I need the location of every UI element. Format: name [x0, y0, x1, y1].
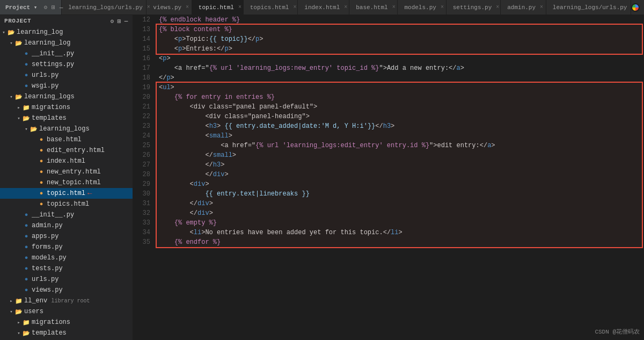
- tree-item-new_entry_html-13[interactable]: ●new_entry.html: [0, 167, 133, 177]
- tree-item-ll_env-25[interactable]: ▸📁ll_env library root: [0, 295, 133, 306]
- code-line-13: {% block content %}: [159, 25, 640, 34]
- tabs-container: learning_logs/urls.py×views.py×topic.htm…: [62, 0, 631, 15]
- tree-item-users-26[interactable]: ▾📂users: [0, 306, 133, 317]
- close-tab-icon[interactable]: ×: [441, 4, 444, 10]
- line-number-29: 29: [137, 179, 150, 189]
- hide-icon[interactable]: —: [125, 18, 128, 25]
- tab-label: topics.html: [250, 4, 289, 11]
- tree-arrow: ▸: [15, 104, 23, 111]
- tree-item-models_py-21[interactable]: ●models.py: [0, 252, 133, 263]
- tab-topics_html[interactable]: topics.html×: [244, 0, 298, 15]
- tab-label: admin.py: [507, 4, 536, 11]
- tree-item-settings_py-3[interactable]: ●settings.py: [0, 59, 133, 70]
- tab-views_py[interactable]: views.py×: [147, 0, 192, 15]
- file-type-icon: ●: [23, 286, 30, 294]
- tab-label: learning_logs/urls.py: [68, 4, 143, 11]
- close-tab-icon[interactable]: ×: [293, 4, 296, 10]
- tree-item-learning_logs-9[interactable]: ▾📂learning_logs: [0, 124, 133, 134]
- code-line-34: <li>No entries have been added yet for t…: [159, 228, 640, 237]
- tree-arrow: ▾: [15, 329, 23, 337]
- tab-base_html[interactable]: base.html×: [349, 0, 398, 15]
- tree-item-admin_py-18[interactable]: ●admin.py: [0, 220, 133, 231]
- tab-learning_logs_urls_py[interactable]: learning_logs/urls.py×: [546, 0, 631, 15]
- tree-item-learning_log-1[interactable]: ▾📂learning_log: [0, 38, 133, 48]
- tree-item-topic_html-15[interactable]: ●topic.html←: [0, 188, 133, 199]
- line-number-20: 20: [137, 92, 150, 102]
- tree-item-migrations-27[interactable]: ▸📁migrations: [0, 317, 133, 328]
- tree-item-learning_log-0[interactable]: ▾📂learning_log: [0, 27, 133, 38]
- tree-item-extra: library root: [51, 298, 90, 304]
- file-type-icon: ●: [23, 265, 30, 272]
- tree-item-learning_logs-6[interactable]: ▾📂learning_logs: [0, 91, 133, 102]
- project-label: Project ▾: [5, 4, 37, 11]
- tab-topic_html[interactable]: topic.html×: [192, 0, 244, 15]
- close-tab-icon[interactable]: ×: [238, 4, 241, 10]
- close-tab-icon[interactable]: ×: [540, 4, 543, 10]
- close-tab-icon[interactable]: ×: [186, 4, 189, 10]
- tree-item-templates-8[interactable]: ▾📂templates: [0, 113, 133, 124]
- line-number-25: 25: [137, 141, 150, 150]
- file-type-icon: ●: [23, 82, 30, 90]
- tree-item-label: __init__.py: [32, 211, 74, 219]
- gear-icon: ⚙: [43, 4, 47, 11]
- tree-item-topics_html-16[interactable]: ●topics.html: [0, 199, 133, 209]
- tab-learning_logs_urls_py[interactable]: learning_logs/urls.py×: [62, 0, 147, 15]
- close-tab-icon[interactable]: ×: [344, 4, 347, 10]
- file-type-icon: ●: [38, 168, 45, 176]
- file-type-icon: ●: [23, 254, 30, 262]
- tab-label: topic.html: [199, 4, 234, 11]
- tab-settings_py[interactable]: settings.py×: [447, 0, 501, 15]
- settings-icon[interactable]: ⚙: [110, 18, 114, 25]
- code-line-32: </div>: [159, 208, 640, 218]
- tab-index_html[interactable]: index.html×: [298, 0, 349, 15]
- sidebar: Project ⚙ ⊞ — ▾📂learning_log▾📂learning_l…: [0, 15, 133, 340]
- line-number-26: 26: [137, 150, 150, 160]
- tree-item-base_html-10[interactable]: ●base.html: [0, 134, 133, 145]
- tree-item-index_html-12[interactable]: ●index.html: [0, 156, 133, 167]
- tree-item-templates-28[interactable]: ▾📂templates: [0, 328, 133, 338]
- line-number-28: 28: [137, 170, 150, 179]
- line-number-14: 14: [137, 34, 150, 44]
- tree-item-label: apps.py: [32, 233, 58, 240]
- line-number-24: 24: [137, 131, 150, 141]
- tab-models_py[interactable]: models.py×: [398, 0, 446, 15]
- tree-item-tests_py-22[interactable]: ●tests.py: [0, 263, 133, 274]
- code-line-16: <p>: [159, 54, 640, 63]
- tree-item-edit_entry_html-11[interactable]: ●edit_entry.html: [0, 145, 133, 156]
- close-tab-icon[interactable]: ×: [392, 4, 396, 10]
- file-type-icon: 📂: [23, 329, 30, 337]
- file-type-icon: ●: [38, 147, 45, 154]
- tree-item-wsgi_py-5[interactable]: ●wsgi.py: [0, 81, 133, 91]
- tree-item-urls_py-4[interactable]: ●urls.py: [0, 70, 133, 81]
- close-tab-icon[interactable]: ×: [496, 4, 499, 10]
- tree-item-views_py-24[interactable]: ●views.py: [0, 285, 133, 295]
- tree-item-urls_py-23[interactable]: ●urls.py: [0, 274, 133, 285]
- tree-item-new_topic_html-14[interactable]: ●new_topic.html: [0, 177, 133, 188]
- tree-arrow: ▸: [8, 297, 15, 305]
- tree-item-__init___py-2[interactable]: ●__init__.py: [0, 48, 133, 59]
- file-type-icon: ●: [23, 276, 30, 283]
- tree-item-label: users: [24, 308, 43, 315]
- tree-item-apps_py-19[interactable]: ●apps.py: [0, 231, 133, 242]
- code-line-33: {% empty %}: [159, 218, 640, 228]
- tree-item-label: tests.py: [32, 265, 63, 272]
- tree-item-__init___py-17[interactable]: ●__init__.py: [0, 209, 133, 220]
- file-type-icon: 📂: [8, 28, 15, 36]
- layout2-icon[interactable]: ⊞: [118, 18, 121, 25]
- tree-item-label: models.py: [32, 254, 67, 262]
- project-header[interactable]: Project ▾ ⚙ ⊞ —: [0, 0, 62, 15]
- chrome-icon: [631, 3, 644, 12]
- tree-item-label: edit_entry.html: [47, 147, 105, 154]
- tree-item-label: base.html: [47, 136, 82, 143]
- layout-icon: ⊞: [52, 4, 55, 11]
- tab-admin_py[interactable]: admin.py×: [501, 0, 546, 15]
- line-number-15: 15: [137, 44, 150, 54]
- all-lines: {% endblock header %}{% block content %}…: [159, 15, 640, 247]
- code-editor[interactable]: 1213141516171819202122232425262728293031…: [133, 15, 644, 340]
- tree-item-migrations-7[interactable]: ▸📁migrations: [0, 102, 133, 113]
- tree-arrow: ▾: [8, 39, 15, 47]
- tree-arrow: [30, 200, 38, 208]
- tree-arrow: [15, 61, 23, 68]
- tree-item-forms_py-20[interactable]: ●forms.py: [0, 242, 133, 252]
- tree-arrow: ▾: [8, 93, 15, 100]
